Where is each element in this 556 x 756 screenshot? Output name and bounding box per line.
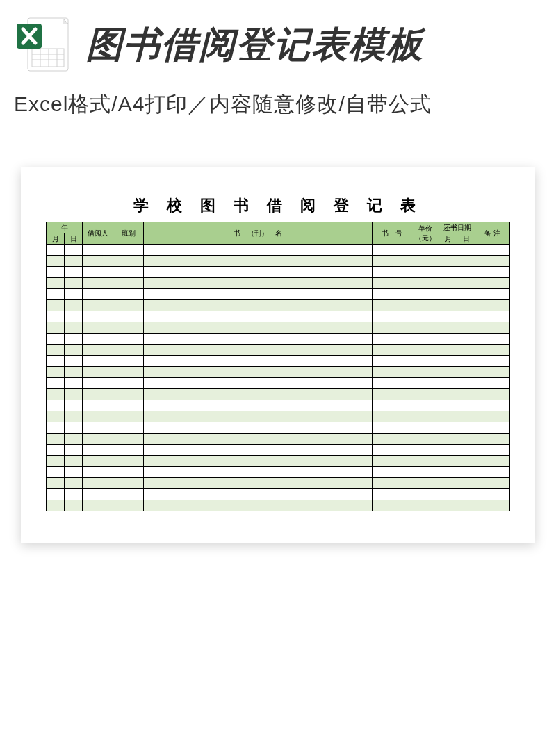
table-cell bbox=[113, 445, 144, 456]
col-note: 备 注 bbox=[475, 222, 510, 245]
table-cell bbox=[475, 345, 510, 356]
table-cell bbox=[47, 489, 65, 500]
table-cell bbox=[144, 456, 373, 467]
table-cell bbox=[439, 422, 457, 434]
table-cell bbox=[373, 356, 411, 367]
table-cell bbox=[411, 489, 439, 500]
table-cell bbox=[411, 311, 439, 322]
table-cell bbox=[457, 278, 475, 289]
table-cell bbox=[65, 411, 83, 422]
table-row bbox=[47, 345, 510, 356]
table-cell bbox=[411, 456, 439, 467]
table-cell bbox=[411, 445, 439, 456]
table-cell bbox=[411, 278, 439, 289]
col-return-day: 日 bbox=[457, 233, 475, 245]
table-row bbox=[47, 267, 510, 278]
table-cell bbox=[439, 356, 457, 367]
table-cell bbox=[475, 500, 510, 511]
table-cell bbox=[83, 267, 113, 278]
table-cell bbox=[83, 500, 113, 511]
table-cell bbox=[144, 422, 373, 434]
svg-rect-1 bbox=[32, 49, 64, 67]
col-month: 月 bbox=[47, 233, 65, 245]
table-cell bbox=[439, 467, 457, 478]
table-cell bbox=[65, 378, 83, 389]
col-class: 班别 bbox=[113, 222, 144, 245]
table-cell bbox=[373, 411, 411, 422]
table-cell bbox=[144, 356, 373, 367]
table-cell bbox=[439, 345, 457, 356]
table-cell bbox=[144, 478, 373, 489]
table-cell bbox=[83, 322, 113, 334]
table-cell bbox=[144, 434, 373, 445]
table-cell bbox=[113, 400, 144, 411]
table-cell bbox=[411, 467, 439, 478]
table-cell bbox=[373, 367, 411, 378]
table-cell bbox=[65, 478, 83, 489]
table-cell bbox=[475, 456, 510, 467]
table-cell bbox=[475, 267, 510, 278]
table-cell bbox=[373, 267, 411, 278]
table-row bbox=[47, 334, 510, 345]
table-cell bbox=[373, 389, 411, 400]
table-cell bbox=[373, 322, 411, 334]
table-cell bbox=[113, 334, 144, 345]
table-cell bbox=[65, 389, 83, 400]
table-cell bbox=[411, 478, 439, 489]
table-cell bbox=[113, 300, 144, 311]
table-cell bbox=[457, 445, 475, 456]
table-cell bbox=[65, 456, 83, 467]
table-row bbox=[47, 356, 510, 367]
table-cell bbox=[83, 389, 113, 400]
table-cell bbox=[475, 334, 510, 345]
table-cell bbox=[411, 400, 439, 411]
table-cell bbox=[457, 356, 475, 367]
col-year: 年 bbox=[47, 222, 83, 233]
table-row bbox=[47, 300, 510, 311]
table-cell bbox=[144, 278, 373, 289]
table-cell bbox=[144, 334, 373, 345]
table-cell bbox=[83, 245, 113, 256]
table-cell bbox=[411, 411, 439, 422]
table-cell bbox=[457, 256, 475, 267]
table-cell bbox=[439, 300, 457, 311]
table-cell bbox=[47, 334, 65, 345]
table-row bbox=[47, 434, 510, 445]
table-cell bbox=[475, 356, 510, 367]
table-cell bbox=[83, 434, 113, 445]
table-cell bbox=[373, 478, 411, 489]
table-cell bbox=[65, 311, 83, 322]
table-cell bbox=[47, 378, 65, 389]
table-cell bbox=[373, 378, 411, 389]
table-cell bbox=[475, 300, 510, 311]
table-cell bbox=[65, 345, 83, 356]
table-cell bbox=[373, 456, 411, 467]
table-cell bbox=[373, 467, 411, 478]
table-cell bbox=[439, 245, 457, 256]
table-cell bbox=[373, 311, 411, 322]
table-cell bbox=[47, 289, 65, 300]
table-cell bbox=[47, 400, 65, 411]
table-row bbox=[47, 311, 510, 322]
table-cell bbox=[457, 367, 475, 378]
table-cell bbox=[47, 500, 65, 511]
col-borrower: 借阅人 bbox=[83, 222, 113, 245]
table-cell bbox=[457, 411, 475, 422]
table-cell bbox=[65, 445, 83, 456]
table-cell bbox=[457, 322, 475, 334]
table-row bbox=[47, 322, 510, 334]
table-cell bbox=[144, 256, 373, 267]
table-cell bbox=[47, 367, 65, 378]
table-cell bbox=[83, 422, 113, 434]
table-cell bbox=[113, 278, 144, 289]
table-cell bbox=[373, 489, 411, 500]
table-row bbox=[47, 445, 510, 456]
table-cell bbox=[475, 278, 510, 289]
table-cell bbox=[457, 467, 475, 478]
table-cell bbox=[475, 322, 510, 334]
table-row bbox=[47, 422, 510, 434]
table-cell bbox=[144, 345, 373, 356]
registration-table: 年 借阅人 班别 书 （刊） 名 书 号 单价（元） 还书日期 备 注 月 日 … bbox=[46, 222, 510, 511]
table-cell bbox=[475, 422, 510, 434]
table-cell bbox=[83, 334, 113, 345]
